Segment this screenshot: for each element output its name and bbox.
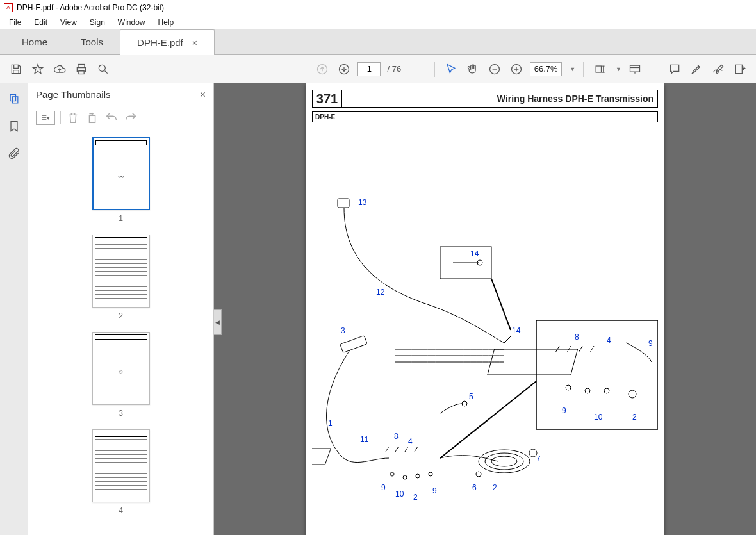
- close-panel-button[interactable]: ×: [200, 89, 206, 101]
- comment-icon[interactable]: [666, 61, 683, 78]
- rotate-page-icon[interactable]: [85, 111, 99, 125]
- app-icon: A: [4, 3, 13, 12]
- left-rail: [0, 83, 28, 535]
- svg-text:4: 4: [408, 437, 413, 446]
- selection-tool-icon[interactable]: [443, 61, 459, 78]
- document-viewer[interactable]: ◀ 371 Wiring Harness DPH-E Transmission …: [214, 83, 756, 535]
- wiring-diagram: 13 12 14 14 3 1 11 8 4 5 9 10 2 9 6 2 7: [312, 147, 658, 535]
- menu-window[interactable]: Window: [111, 18, 152, 27]
- menu-view[interactable]: View: [54, 18, 83, 27]
- zoom-out-icon[interactable]: [486, 61, 503, 78]
- thumbnails-panel: Page Thumbnails × ☰▾ 〰️ 1 2 ⚙ 3: [28, 83, 214, 535]
- page-up-icon[interactable]: [314, 61, 331, 78]
- svg-text:10: 10: [395, 490, 404, 498]
- thumbnails-title: Page Thumbnails: [36, 89, 110, 100]
- fit-width-icon[interactable]: [591, 61, 608, 78]
- svg-text:10: 10: [594, 413, 603, 422]
- thumbnails-toolbar: ☰▾: [28, 106, 213, 129]
- tab-document-label: DPH-E.pdf: [137, 37, 183, 48]
- thumbnail-label: 4: [119, 506, 123, 515]
- svg-rect-13: [89, 115, 95, 122]
- svg-text:14: 14: [512, 326, 521, 335]
- thumbnail-label: 3: [119, 409, 123, 418]
- svg-text:9: 9: [432, 486, 437, 495]
- svg-point-19: [390, 472, 394, 476]
- menu-bar: File Edit View Sign Window Help: [0, 15, 756, 29]
- svg-rect-11: [10, 95, 15, 101]
- page-number-input[interactable]: [357, 62, 381, 76]
- undo-icon[interactable]: [104, 111, 119, 125]
- save-icon[interactable]: [8, 61, 24, 78]
- svg-text:7: 7: [536, 454, 541, 463]
- svg-text:9: 9: [381, 483, 386, 492]
- toolbar: / 76 66.7% ▼ ▼: [0, 55, 756, 83]
- attachment-rail-icon[interactable]: [7, 146, 21, 160]
- svg-text:5: 5: [469, 392, 473, 401]
- collapse-panel-button[interactable]: ◀: [214, 309, 222, 335]
- thumbnail-1[interactable]: 〰️ 1: [92, 137, 150, 223]
- hand-tool-icon[interactable]: [464, 61, 481, 78]
- thumbnail-label: 2: [119, 311, 123, 320]
- svg-text:2: 2: [413, 493, 418, 502]
- svg-text:9: 9: [648, 339, 653, 348]
- section-subtitle: DPH-E: [312, 111, 658, 122]
- svg-text:2: 2: [493, 483, 497, 492]
- svg-text:9: 9: [562, 406, 566, 415]
- svg-point-27: [476, 472, 481, 477]
- svg-rect-17: [340, 336, 367, 353]
- delete-page-icon[interactable]: [66, 111, 80, 125]
- search-icon[interactable]: [95, 61, 111, 78]
- svg-point-22: [429, 472, 432, 476]
- print-icon[interactable]: [73, 61, 90, 78]
- star-icon[interactable]: [29, 61, 46, 78]
- menu-sign[interactable]: Sign: [83, 18, 111, 27]
- tab-tools[interactable]: Tools: [64, 29, 120, 54]
- more-tools-icon[interactable]: [732, 61, 748, 78]
- svg-point-20: [403, 475, 407, 479]
- svg-text:4: 4: [607, 336, 611, 345]
- svg-text:11: 11: [360, 435, 369, 444]
- tab-strip: Home Tools DPH-E.pdf ×: [0, 29, 756, 55]
- svg-rect-12: [12, 97, 17, 103]
- bookmark-rail-icon[interactable]: [7, 119, 21, 133]
- svg-point-33: [629, 390, 636, 398]
- svg-rect-8: [596, 66, 601, 72]
- tab-document[interactable]: DPH-E.pdf ×: [120, 29, 215, 55]
- menu-help[interactable]: Help: [152, 18, 181, 27]
- document-page: 371 Wiring Harness DPH-E Transmission DP…: [306, 83, 664, 535]
- zoom-value: 66.7%: [534, 64, 558, 74]
- svg-point-25: [491, 456, 517, 466]
- svg-text:6: 6: [472, 483, 477, 492]
- menu-file[interactable]: File: [3, 18, 28, 27]
- thumbnail-4[interactable]: 4: [92, 429, 150, 515]
- svg-text:14: 14: [470, 249, 479, 258]
- svg-rect-14: [338, 199, 349, 208]
- content-area: Page Thumbnails × ☰▾ 〰️ 1 2 ⚙ 3: [0, 83, 756, 535]
- menu-edit[interactable]: Edit: [28, 18, 54, 27]
- chevron-down-icon[interactable]: ▼: [570, 66, 575, 72]
- svg-point-34: [462, 401, 467, 406]
- zoom-in-icon[interactable]: [508, 61, 525, 78]
- page-down-icon[interactable]: [336, 61, 352, 78]
- cloud-upload-icon[interactable]: [51, 61, 68, 78]
- svg-text:1: 1: [328, 419, 333, 428]
- read-mode-icon[interactable]: [627, 61, 643, 78]
- zoom-select[interactable]: 66.7%: [530, 62, 562, 76]
- thumbnail-options-button[interactable]: ☰▾: [36, 111, 55, 125]
- thumbnail-3[interactable]: ⚙ 3: [92, 332, 150, 418]
- svg-text:3: 3: [341, 326, 345, 335]
- svg-point-21: [416, 474, 420, 478]
- svg-point-24: [485, 453, 523, 470]
- redo-icon[interactable]: [124, 111, 138, 125]
- separator: [60, 111, 61, 124]
- svg-text:2: 2: [632, 413, 637, 422]
- svg-rect-10: [735, 65, 742, 73]
- section-number: 371: [313, 90, 342, 107]
- highlight-icon[interactable]: [688, 61, 705, 78]
- tab-home[interactable]: Home: [5, 29, 64, 54]
- chevron-down-icon[interactable]: ▼: [616, 66, 621, 72]
- thumbnails-rail-icon[interactable]: [7, 92, 21, 106]
- tab-close-button[interactable]: ×: [192, 38, 197, 48]
- thumbnail-2[interactable]: 2: [92, 235, 150, 320]
- sign-icon[interactable]: [710, 61, 727, 78]
